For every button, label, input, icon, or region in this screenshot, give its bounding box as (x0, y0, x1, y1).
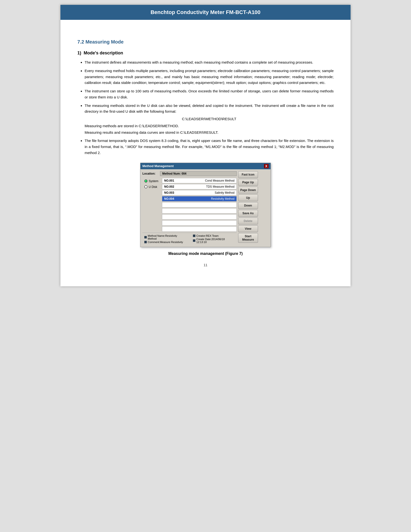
footer-info: Method Name:Resistivity Method Comment:M… (144, 234, 235, 244)
bullet-2: Every measuring method holds multiple pa… (85, 68, 334, 86)
method-row-8[interactable] (162, 220, 237, 226)
page-header: Benchtop Conductivity Meter FM-BCT-A100 (60, 5, 351, 20)
method-row-6[interactable] (162, 208, 237, 214)
subsection-title: 1) Mode's description (77, 50, 334, 56)
bullet-1: The instrument defines all measurements … (85, 59, 334, 66)
footer-item-date: Create Date:2014/06/18 12:13:10 (193, 238, 235, 244)
page-number: 11 (77, 263, 334, 272)
radio-udisk[interactable]: U Disk (144, 185, 160, 189)
method-row-1[interactable]: NO.001 Cond Measure Method (162, 178, 237, 183)
footer-item-creator: Creator:REX Team (193, 234, 235, 237)
bullet-list: The instrument defines all measurements … (77, 59, 334, 156)
bullet-3: The instrument can store up to 100 sets … (85, 88, 334, 100)
footer-square-4 (193, 239, 195, 242)
dialog-wrapper: Method Management X Location: Method Num… (77, 163, 334, 247)
method-list: NO.001 Cond Measure Method NO.002 TDS Me… (162, 178, 237, 232)
path-result: Measuring results and measuring data cur… (85, 130, 334, 136)
section-title: 7.2 Measuring Mode (77, 39, 334, 45)
method-row-5[interactable] (162, 202, 237, 208)
footer-item-method-name: Method Name:Resistivity Method (144, 234, 186, 240)
dialog-body: Location: Method Num: 004 System (140, 169, 271, 247)
dialog-title: Method Management (142, 164, 174, 168)
method-management-dialog: Method Management X Location: Method Num… (140, 163, 271, 247)
footer-method-name-text: Method Name:Resistivity Method (148, 234, 186, 240)
method-name-4: Resistivity Method (211, 197, 234, 200)
path-center: C:\LEADSERI\METHOD\RESULT (85, 116, 334, 122)
down-button[interactable]: Down (238, 202, 258, 209)
footer-creator-text: Creator:REX Team (196, 234, 219, 237)
delete-button[interactable]: Delete (238, 218, 258, 224)
header-title: Benchtop Conductivity Meter FM-BCT-A100 (151, 9, 261, 15)
dialog-buttons: Fast Icon Page Up Page Down Up Down Save… (238, 171, 258, 245)
method-num-1: NO.001 (164, 179, 174, 182)
location-label: Location: (142, 172, 158, 175)
save-as-button[interactable]: Save As (238, 210, 258, 217)
fast-icon-button[interactable]: Fast Icon (238, 171, 258, 178)
footer-square-2 (144, 241, 147, 243)
page-down-button[interactable]: Page Down (238, 187, 258, 193)
method-row-7[interactable] (162, 214, 237, 219)
method-num-2: NO.002 (164, 185, 174, 188)
method-name-3: Salinity Method (215, 191, 234, 194)
footer-col-1: Method Name:Resistivity Method Comment:M… (144, 234, 186, 244)
radio-group: System U Disk (142, 178, 160, 232)
figure-caption: Measuring mode management (Figure 7) (77, 251, 334, 256)
radio-udisk-dot (144, 185, 148, 188)
footer-col-2: Creator:REX Team Create Date:2014/06/18 … (193, 234, 235, 244)
bullet-5: The file format temporarily adopts DOS s… (85, 138, 334, 156)
page-up-button[interactable]: Page Up (238, 179, 258, 186)
path-method: Measuring methods are stored in C:\LEADS… (85, 123, 334, 129)
radio-and-list: System U Disk NO.001 (142, 178, 237, 232)
method-name-1: Cond Measure Method (205, 179, 234, 182)
start-measure-button[interactable]: Start Measure (238, 233, 258, 243)
view-button[interactable]: View (238, 225, 258, 232)
page-content: 7.2 Measuring Mode 1) Mode's description… (60, 20, 351, 286)
method-row-9[interactable] (162, 226, 237, 232)
method-name-2: TDS Measure Method (206, 185, 234, 188)
dialog-close-button[interactable]: X (264, 164, 269, 168)
method-row-2[interactable]: NO.002 TDS Measure Method (162, 184, 237, 189)
dialog-left-panel: Location: Method Num: 004 System (142, 171, 237, 245)
bullet-4: The measuring methods stored in the U di… (85, 103, 334, 136)
dialog-titlebar: Method Management X (140, 163, 271, 169)
radio-system-label: System (149, 180, 158, 183)
page: Benchtop Conductivity Meter FM-BCT-A100 … (60, 5, 351, 286)
method-row-3[interactable]: NO.003 Salinity Method (162, 190, 237, 195)
footer-comment-text: Comment:Measure Resistivity (148, 241, 183, 244)
dialog-footer: Method Name:Resistivity Method Comment:M… (142, 233, 237, 245)
footer-square-3 (193, 235, 195, 237)
radio-system-dot (144, 180, 148, 183)
method-num-field: Method Num: 004 (160, 171, 237, 176)
radio-system[interactable]: System (144, 180, 160, 183)
location-row: Location: Method Num: 004 (142, 171, 237, 176)
method-row-4[interactable]: NO.004 Resistivity Method (162, 196, 237, 201)
footer-date-text: Create Date:2014/06/18 12:13:10 (196, 238, 235, 244)
method-num-3: NO.003 (164, 191, 174, 194)
footer-square-1 (144, 236, 147, 238)
footer-item-comment: Comment:Measure Resistivity (144, 241, 186, 244)
radio-udisk-label: U Disk (149, 185, 157, 189)
method-num-4: NO.004 (164, 197, 174, 200)
up-button[interactable]: Up (238, 194, 258, 201)
